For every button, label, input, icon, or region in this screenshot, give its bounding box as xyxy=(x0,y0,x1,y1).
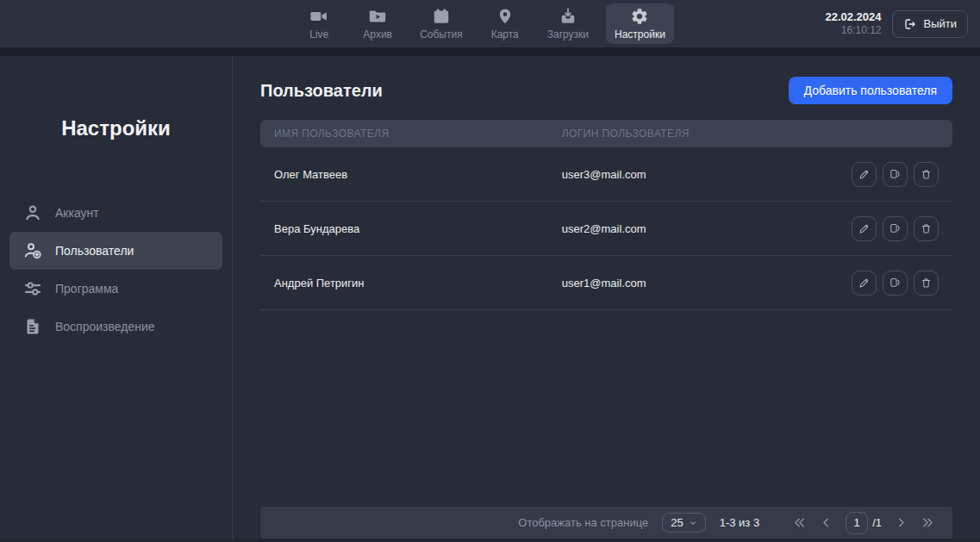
user-login: user3@mail.com xyxy=(562,168,852,181)
sidebar-title: Настройки xyxy=(0,116,232,140)
column-header-username: ИМЯ ПОЛЬЗОВАТЕЛЯ xyxy=(274,128,562,140)
gear-icon xyxy=(630,7,649,26)
user-login: user2@mail.com xyxy=(562,222,852,235)
content-spacer xyxy=(260,310,952,507)
add-user-button[interactable]: Добавить пользователя xyxy=(789,77,952,104)
logout-icon xyxy=(903,17,917,31)
delete-user-button[interactable] xyxy=(914,162,939,187)
nav-item-downloads[interactable]: Загрузки xyxy=(539,3,597,44)
nav-item-archive[interactable]: Архив xyxy=(353,3,403,44)
chevron-left-icon xyxy=(819,515,833,530)
nav-item-label: Настройки xyxy=(615,28,665,40)
delete-user-button[interactable] xyxy=(914,216,939,241)
date-text: 22.02.2024 xyxy=(825,10,881,24)
logout-label: Выйти xyxy=(924,17,958,30)
download-icon xyxy=(559,7,577,26)
sliders-icon xyxy=(22,278,43,299)
copy-user-button[interactable] xyxy=(883,271,908,296)
trash-icon xyxy=(920,277,933,290)
row-actions xyxy=(852,162,939,187)
nav-item-events[interactable]: События xyxy=(411,3,471,44)
copy-icon xyxy=(889,222,902,235)
per-page-label: Отображать на странице xyxy=(518,516,648,529)
edit-user-button[interactable] xyxy=(852,162,877,187)
row-actions xyxy=(852,216,939,241)
per-page-value: 25 xyxy=(671,516,683,529)
last-page-button[interactable] xyxy=(921,515,935,530)
page-indicator: 1 /1 xyxy=(846,512,882,534)
total-pages-text: /1 xyxy=(872,516,882,529)
double-chevron-left-icon xyxy=(792,515,807,530)
copy-user-button[interactable] xyxy=(883,216,908,241)
nav-item-live[interactable]: Live xyxy=(294,3,344,44)
user-name: Андрей Петригин xyxy=(274,277,562,290)
copy-user-button[interactable] xyxy=(883,162,908,187)
nav-item-settings[interactable]: Настройки xyxy=(606,3,674,44)
sidebar-item-playback[interactable]: Воспроизведение xyxy=(9,308,222,346)
window-divider xyxy=(0,47,980,56)
user-name: Вера Бундарева xyxy=(274,222,562,235)
trash-icon xyxy=(920,168,933,181)
sidebar-item-users[interactable]: Пользователи xyxy=(9,232,222,270)
row-actions xyxy=(852,271,939,296)
nav-item-label: Архив xyxy=(363,28,392,40)
pager-arrows: 1 /1 xyxy=(792,512,935,534)
chevron-right-icon xyxy=(894,515,908,530)
datetime-display: 22.02.2024 16:10:12 xyxy=(825,10,881,37)
top-bar: Live Архив События Карта xyxy=(0,0,980,47)
sidebar-item-label: Программа xyxy=(55,282,118,296)
main-content: Пользователи Добавить пользователя ИМЯ П… xyxy=(233,56,980,539)
range-text: 1-3 из 3 xyxy=(720,516,759,529)
prev-page-button[interactable] xyxy=(819,515,833,530)
next-page-button[interactable] xyxy=(894,515,908,530)
delete-user-button[interactable] xyxy=(914,271,939,296)
user-name: Олег Матвеев xyxy=(274,168,562,181)
pagination-bar: Отображать на странице 25 1-3 из 3 1 /1 xyxy=(260,507,952,539)
pencil-icon xyxy=(858,277,871,290)
sidebar-item-account[interactable]: Аккаунт xyxy=(9,194,222,232)
time-text: 16:10:12 xyxy=(825,24,881,37)
chevron-down-icon xyxy=(689,519,697,527)
logout-button[interactable]: Выйти xyxy=(892,10,969,38)
document-icon xyxy=(22,316,43,337)
video-camera-icon xyxy=(309,7,328,26)
app-window: Live Архив События Карта xyxy=(0,0,980,542)
trash-icon xyxy=(920,222,933,235)
nav-item-label: Live xyxy=(309,28,328,40)
sidebar-menu: Аккаунт Пользователи Программа xyxy=(0,194,232,346)
users-table-header: ИМЯ ПОЛЬЗОВАТЕЛЯ ЛОГИН ПОЛЬЗОВАТЕЛЯ xyxy=(260,120,952,147)
nav-item-label: События xyxy=(420,28,463,40)
edit-user-button[interactable] xyxy=(852,216,877,241)
sidebar-item-label: Аккаунт xyxy=(55,206,99,220)
table-row: Андрей Петригин user1@mail.com xyxy=(260,256,952,310)
copy-icon xyxy=(889,168,902,181)
current-page-box[interactable]: 1 xyxy=(846,512,868,534)
user-login: user1@mail.com xyxy=(562,277,852,290)
edit-user-button[interactable] xyxy=(852,271,877,296)
per-page-select[interactable]: 25 xyxy=(662,513,705,533)
sidebar-item-program[interactable]: Программа xyxy=(9,270,222,308)
archive-folder-icon xyxy=(368,7,387,26)
map-pin-icon xyxy=(496,7,515,26)
person-icon xyxy=(22,202,43,223)
pencil-icon xyxy=(858,222,871,235)
double-chevron-right-icon xyxy=(921,515,935,530)
sidebar-item-label: Пользователи xyxy=(55,244,134,258)
calendar-icon xyxy=(432,7,451,26)
copy-icon xyxy=(889,277,902,290)
sidebar-item-label: Воспроизведение xyxy=(55,320,155,333)
table-row: Олег Матвеев user3@mail.com xyxy=(260,147,952,202)
settings-sidebar: Настройки Аккаунт Пользователи xyxy=(0,56,233,539)
nav-item-map[interactable]: Карта xyxy=(480,3,530,44)
pencil-icon xyxy=(858,168,871,181)
nav-item-label: Карта xyxy=(491,28,519,40)
column-header-login: ЛОГИН ПОЛЬЗОВАТЕЛЯ xyxy=(562,128,939,140)
content-header: Пользователи Добавить пользователя xyxy=(260,77,952,104)
first-page-button[interactable] xyxy=(792,515,807,530)
topbar-right: 22.02.2024 16:10:12 Выйти xyxy=(674,10,980,38)
person-add-icon xyxy=(22,240,43,261)
page-title: Пользователи xyxy=(260,81,383,101)
nav-item-label: Загрузки xyxy=(547,28,589,40)
body: Настройки Аккаунт Пользователи xyxy=(0,56,980,539)
table-row: Вера Бундарева user2@mail.com xyxy=(260,202,952,256)
